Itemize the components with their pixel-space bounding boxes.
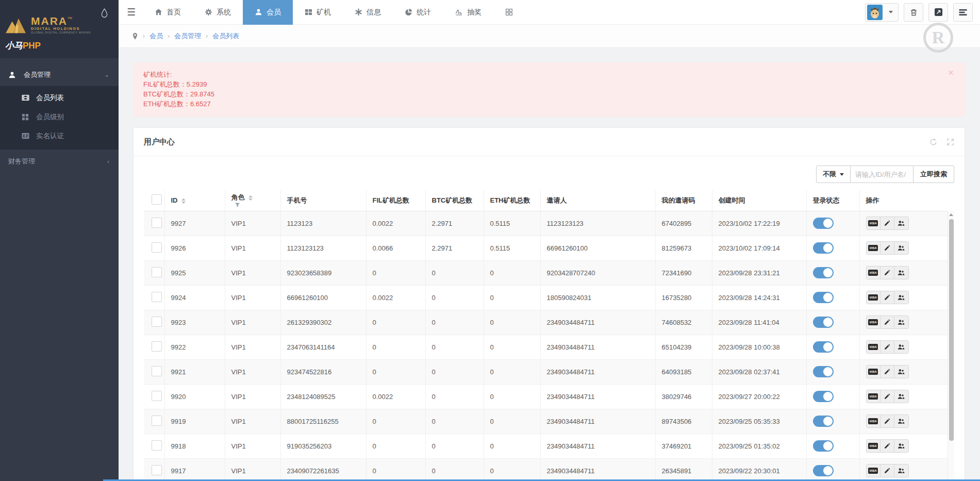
team-action-button[interactable] bbox=[894, 217, 908, 229]
edit-action-button[interactable] bbox=[881, 217, 894, 229]
sort-icon[interactable] bbox=[181, 198, 186, 204]
clear-cache-button[interactable] bbox=[904, 3, 923, 22]
breadcrumb-link-member-mgmt[interactable]: 会员管理 bbox=[174, 31, 201, 41]
edit-action-button[interactable] bbox=[881, 465, 894, 477]
login-toggle[interactable] bbox=[813, 267, 834, 278]
brand-tm: TM bbox=[68, 16, 72, 20]
wallet-action-button[interactable]: VISA bbox=[867, 440, 881, 452]
hamburger-icon[interactable]: ☰ bbox=[119, 6, 143, 18]
col-header-role[interactable]: 角色 bbox=[225, 190, 280, 211]
login-toggle[interactable] bbox=[813, 218, 834, 229]
nav-item-system[interactable]: 系统 bbox=[193, 0, 243, 25]
team-action-button[interactable] bbox=[894, 291, 908, 304]
alert-close-icon[interactable]: × bbox=[948, 68, 954, 77]
sidebar-item-member-list[interactable]: 会员列表 bbox=[0, 88, 119, 107]
row-checkbox[interactable] bbox=[152, 465, 162, 475]
wallet-action-button[interactable]: VISA bbox=[867, 341, 881, 353]
login-toggle[interactable] bbox=[813, 317, 834, 328]
team-action-button[interactable] bbox=[894, 366, 908, 378]
nav-item-miner[interactable]: 矿机 bbox=[293, 0, 343, 25]
wallet-action-button[interactable]: VISA bbox=[867, 291, 881, 304]
login-toggle[interactable] bbox=[813, 242, 834, 254]
edit-action-button[interactable] bbox=[881, 267, 894, 279]
cell-phone: 23409072261635 bbox=[280, 458, 366, 481]
breadcrumb-link-member[interactable]: 会员 bbox=[150, 31, 163, 41]
edit-action-button[interactable] bbox=[881, 366, 894, 378]
edit-action-button[interactable] bbox=[881, 242, 894, 254]
edit-action-button[interactable] bbox=[881, 390, 894, 403]
nav-item-message[interactable]: 信息 bbox=[343, 0, 393, 25]
login-toggle[interactable] bbox=[813, 341, 834, 353]
nav-item-member[interactable]: 会员 bbox=[243, 0, 293, 25]
login-toggle[interactable] bbox=[813, 292, 834, 303]
sidebar-item-finance-mgmt[interactable]: 财务管理 ‹ bbox=[0, 150, 119, 173]
open-site-button[interactable] bbox=[928, 3, 948, 22]
row-checkbox[interactable] bbox=[152, 341, 162, 352]
wallet-action-button[interactable]: VISA bbox=[867, 217, 881, 229]
filter-icon[interactable] bbox=[235, 202, 240, 208]
team-action-button[interactable] bbox=[894, 390, 908, 403]
member-table: ID 角色 手机号 FIL矿机总数 BTC矿机总数 ETH矿机总数 邀请人 我的… bbox=[144, 190, 950, 481]
refresh-icon[interactable] bbox=[929, 138, 937, 146]
sidebar-item-real-name[interactable]: 实名认证 bbox=[0, 126, 119, 145]
edit-action-button[interactable] bbox=[881, 316, 894, 328]
login-toggle[interactable] bbox=[813, 366, 834, 377]
nav-item-stats[interactable]: 统计 bbox=[393, 0, 443, 25]
row-checkbox[interactable] bbox=[152, 416, 162, 426]
wallet-action-button[interactable]: VISA bbox=[867, 390, 881, 403]
row-checkbox[interactable] bbox=[152, 267, 162, 277]
search-input[interactable] bbox=[851, 165, 913, 183]
team-action-button[interactable] bbox=[894, 341, 908, 353]
right-panel-button[interactable] bbox=[953, 3, 973, 22]
table-scrollbar[interactable] bbox=[948, 211, 954, 481]
row-checkbox[interactable] bbox=[152, 292, 162, 302]
fullscreen-icon[interactable] bbox=[946, 138, 954, 146]
wallet-action-button[interactable]: VISA bbox=[867, 465, 881, 477]
edit-action-button[interactable] bbox=[881, 341, 894, 353]
team-action-button[interactable] bbox=[894, 267, 908, 279]
team-action-button[interactable] bbox=[894, 465, 908, 477]
login-toggle[interactable] bbox=[813, 440, 834, 452]
scrollbar-thumb[interactable] bbox=[949, 219, 954, 441]
pencil-icon bbox=[884, 369, 890, 375]
scrollbar-up-arrow[interactable] bbox=[948, 211, 954, 219]
nav-item-lottery[interactable]: 抽奖 bbox=[443, 0, 493, 25]
sort-icon[interactable] bbox=[248, 195, 253, 201]
wallet-action-button[interactable]: VISA bbox=[867, 316, 881, 328]
filter-dropdown[interactable]: 不限 bbox=[816, 165, 851, 183]
cell-role: VIP1 bbox=[225, 310, 280, 335]
edit-action-button[interactable] bbox=[881, 440, 894, 452]
login-toggle[interactable] bbox=[813, 416, 834, 427]
cell-btc: 0 bbox=[425, 384, 484, 409]
row-checkbox[interactable] bbox=[152, 242, 162, 253]
wallet-action-button[interactable]: VISA bbox=[867, 366, 881, 378]
wallet-action-button[interactable]: VISA bbox=[867, 415, 881, 427]
cell-eth: 0 bbox=[484, 335, 540, 359]
login-toggle[interactable] bbox=[813, 465, 834, 476]
login-toggle[interactable] bbox=[813, 391, 834, 402]
row-checkbox[interactable] bbox=[152, 218, 162, 228]
col-header-id[interactable]: ID bbox=[164, 190, 225, 211]
team-action-button[interactable] bbox=[894, 316, 908, 328]
edit-action-button[interactable] bbox=[881, 415, 894, 427]
user-menu-button[interactable] bbox=[865, 3, 899, 22]
select-all-checkbox[interactable] bbox=[152, 194, 162, 205]
sidebar-item-member-level[interactable]: 会员级别 bbox=[0, 107, 119, 126]
search-button[interactable]: 立即搜索 bbox=[913, 165, 954, 183]
row-checkbox[interactable] bbox=[152, 366, 162, 376]
team-action-button[interactable] bbox=[894, 242, 908, 254]
row-checkbox[interactable] bbox=[152, 440, 162, 451]
nav-item-home[interactable]: 首页 bbox=[143, 0, 193, 25]
nav-item-apps[interactable] bbox=[493, 0, 525, 25]
team-action-button[interactable] bbox=[894, 415, 908, 427]
row-checkbox[interactable] bbox=[152, 391, 162, 401]
edit-action-button[interactable] bbox=[881, 291, 894, 304]
cell-login-status bbox=[806, 458, 859, 481]
wallet-action-button[interactable]: VISA bbox=[867, 242, 881, 254]
breadcrumb-link-member-list[interactable]: 会员列表 bbox=[212, 31, 239, 41]
team-action-button[interactable] bbox=[894, 440, 908, 452]
row-checkbox[interactable] bbox=[152, 317, 162, 327]
sidebar-item-member-mgmt[interactable]: 会员管理 ⌄ bbox=[0, 63, 119, 86]
cell-fil: 0.0022 bbox=[366, 211, 425, 236]
wallet-action-button[interactable]: VISA bbox=[867, 267, 881, 279]
